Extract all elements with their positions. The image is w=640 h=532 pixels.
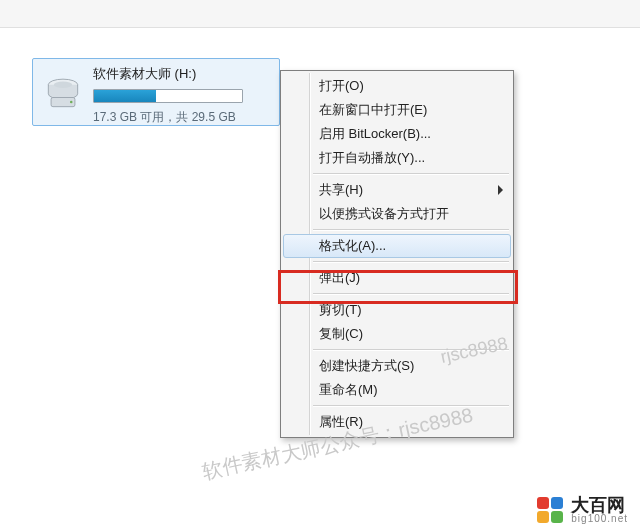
menu-item-open-portable[interactable]: 以便携式设备方式打开 — [283, 202, 511, 226]
brand-domain: big100.net — [571, 514, 628, 524]
menu-item-enable-bitlocker[interactable]: 启用 BitLocker(B)... — [283, 122, 511, 146]
menu-item-label: 弹出(J) — [319, 270, 360, 285]
svg-point-1 — [54, 81, 72, 87]
menu-item-share[interactable]: 共享(H) — [283, 178, 511, 202]
menu-item-open[interactable]: 打开(O) — [283, 74, 511, 98]
menu-item-label: 属性(R) — [319, 414, 363, 429]
menu-separator — [313, 229, 509, 231]
menu-separator — [313, 293, 509, 295]
menu-separator — [313, 261, 509, 263]
site-brand: 大百网 big100.net — [537, 496, 628, 524]
usage-bar — [93, 89, 243, 103]
drive-usage-text: 17.3 GB 可用，共 29.5 GB — [93, 109, 273, 126]
menu-item-properties[interactable]: 属性(R) — [283, 410, 511, 434]
menu-item-copy[interactable]: 复制(C) — [283, 322, 511, 346]
context-menu: 打开(O) 在新窗口中打开(E) 启用 BitLocker(B)... 打开自动… — [280, 70, 514, 438]
menu-item-format[interactable]: 格式化(A)... — [283, 234, 511, 258]
brand-logo-icon — [537, 497, 563, 523]
drive-icon — [33, 59, 93, 125]
menu-item-autoplay[interactable]: 打开自动播放(Y)... — [283, 146, 511, 170]
menu-item-open-new-window[interactable]: 在新窗口中打开(E) — [283, 98, 511, 122]
menu-item-label: 创建快捷方式(S) — [319, 358, 414, 373]
svg-point-3 — [70, 101, 73, 104]
menu-item-eject[interactable]: 弹出(J) — [283, 266, 511, 290]
menu-separator — [313, 405, 509, 407]
menu-item-label: 打开(O) — [319, 78, 364, 93]
drive-body: 软件素材大师 (H:) 17.3 GB 可用，共 29.5 GB — [93, 59, 279, 125]
menu-item-label: 启用 BitLocker(B)... — [319, 126, 431, 141]
menu-item-create-shortcut[interactable]: 创建快捷方式(S) — [283, 354, 511, 378]
brand-name: 大百网 — [571, 496, 628, 514]
drive-item[interactable]: 软件素材大师 (H:) 17.3 GB 可用，共 29.5 GB — [32, 58, 280, 126]
explorer-window: 软件素材大师 (H:) 17.3 GB 可用，共 29.5 GB 打开(O) 在… — [0, 0, 640, 532]
menu-item-label: 共享(H) — [319, 182, 363, 197]
menu-item-cut[interactable]: 剪切(T) — [283, 298, 511, 322]
submenu-arrow-icon — [498, 185, 503, 195]
menu-item-label: 剪切(T) — [319, 302, 362, 317]
menu-separator — [313, 349, 509, 351]
menu-item-label: 以便携式设备方式打开 — [319, 206, 449, 221]
menu-item-label: 复制(C) — [319, 326, 363, 341]
window-toolbar — [0, 0, 640, 28]
drive-title: 软件素材大师 (H:) — [93, 65, 273, 83]
menu-item-rename[interactable]: 重命名(M) — [283, 378, 511, 402]
menu-item-label: 格式化(A)... — [319, 238, 386, 253]
menu-item-label: 在新窗口中打开(E) — [319, 102, 427, 117]
usage-bar-fill — [94, 90, 156, 102]
menu-item-label: 重命名(M) — [319, 382, 378, 397]
menu-item-label: 打开自动播放(Y)... — [319, 150, 425, 165]
menu-separator — [313, 173, 509, 175]
